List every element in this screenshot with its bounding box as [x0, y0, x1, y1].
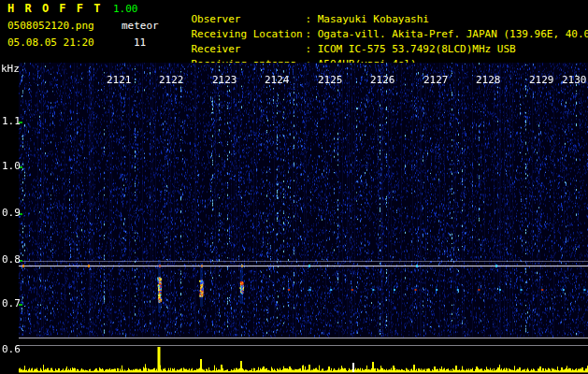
- output-filename: 0508052120.png: [7, 21, 94, 32]
- mode-label: meteor: [122, 21, 159, 32]
- meteor-count: 11: [134, 37, 146, 49]
- app-title: H R O F F T: [7, 3, 102, 15]
- app-version: 1.00: [113, 4, 138, 15]
- spectrogram-canvas: [0, 63, 588, 374]
- observation-datetime: 05.08.05 21:20: [7, 37, 94, 49]
- hrofft-output: H R O F F T 1.00 0508052120.png meteor 0…: [0, 0, 588, 374]
